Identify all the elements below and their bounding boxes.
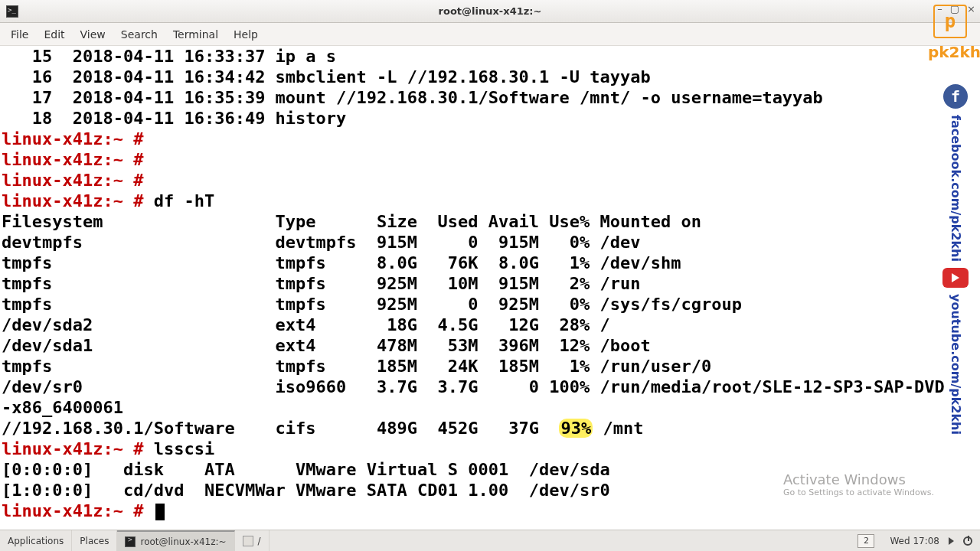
menubar: File Edit View Search Terminal Help <box>0 23 980 46</box>
cursor <box>155 504 165 520</box>
youtube-icon <box>942 268 969 288</box>
cmd-lsscsi: lsscsi <box>154 439 214 458</box>
taskbar-terminal-label: root@linux-x41z:~ <box>140 536 226 547</box>
panel-clock[interactable]: Wed 17:08 <box>890 536 939 546</box>
prompt-host: linux-x41z: <box>2 439 113 458</box>
prompt-host: linux-x41z: <box>2 171 113 190</box>
prompt-host: linux-x41z: <box>2 501 113 520</box>
menu-file[interactable]: File <box>5 27 34 42</box>
df-header: Filesystem Type Size Used Avail Use% Mou… <box>2 212 701 231</box>
watermark-heading: Activate Windows <box>783 471 934 487</box>
df-row: tmpfs tmpfs 185M 24K 185M 1% /run/user/0 <box>2 357 711 376</box>
menu-edit[interactable]: Edit <box>38 27 70 42</box>
prompt-path: ~ <box>113 501 123 520</box>
menu-terminal[interactable]: Terminal <box>167 27 224 42</box>
history-line: 17 2018-04-11 16:35:39 mount //192.168.3… <box>2 88 823 107</box>
window-titlebar: root@linux-x41z:~ – ▢ × <box>0 0 980 23</box>
prompt-host: linux-x41z: <box>2 150 113 169</box>
prompt-symbol: # <box>123 439 144 458</box>
brand-letter: p <box>933 5 967 38</box>
prompt-host: linux-x41z: <box>2 191 113 210</box>
menu-search[interactable]: Search <box>115 27 164 42</box>
panel-applications[interactable]: Applications <box>0 530 72 551</box>
df-row: devtmpfs devtmpfs 915M 0 915M 0% /dev <box>2 233 640 252</box>
desktop-panel: Applications Places root@linux-x41z:~ / … <box>0 530 980 551</box>
taskbar-terminal[interactable]: root@linux-x41z:~ <box>117 530 234 551</box>
history-line: 18 2018-04-11 16:36:49 history <box>2 109 346 128</box>
prompt-path: ~ <box>113 150 123 169</box>
df-row-mnt-pre: //192.168.30.1/Software cifs 489G 452G 3… <box>2 419 559 438</box>
df-row: /dev/sda1 ext4 478M 53M 396M 12% /boot <box>2 336 651 355</box>
volume-icon[interactable] <box>949 537 954 545</box>
prompt-symbol: # <box>123 171 144 190</box>
prompt-symbol: # <box>123 191 144 210</box>
menu-help[interactable]: Help <box>227 27 264 42</box>
lsscsi-row: [0:0:0:0] disk ATA VMware Virtual S 0001… <box>2 460 610 479</box>
brand-facebook-url: facebook.com/pk2khi <box>949 115 963 262</box>
df-row: tmpfs tmpfs 925M 0 925M 0% /sys/fs/cgrou… <box>2 295 742 314</box>
cmd-df: df -hT <box>154 191 214 210</box>
prompt-symbol: # <box>123 129 144 148</box>
history-line: 15 2018-04-11 16:33:37 ip a s <box>2 47 336 66</box>
taskbar-filemanager-label: / <box>258 536 261 546</box>
menu-view[interactable]: View <box>74 27 112 42</box>
prompt-path: ~ <box>113 129 123 148</box>
power-icon[interactable] <box>963 536 972 546</box>
df-row-mnt-use: 93% <box>559 419 593 438</box>
lsscsi-row: [1:0:0:0] cd/dvd NECVMWar VMware SATA CD… <box>2 481 610 500</box>
brand-name: pk2khi <box>928 43 972 61</box>
watermark-sub: Go to Settings to activate Windows. <box>783 487 934 497</box>
window-title: root@linux-x41z:~ <box>0 5 980 17</box>
prompt-path: ~ <box>113 439 123 458</box>
prompt-symbol: # <box>123 501 144 520</box>
df-row: /dev/sr0 iso9660 3.7G 3.7G 0 100% /run/m… <box>2 377 945 396</box>
system-tray: 2 Wed 17:08 <box>858 534 980 548</box>
brand-logo: p pk2khi <box>928 5 972 89</box>
prompt-path: ~ <box>113 171 123 190</box>
df-row: tmpfs tmpfs 8.0G 76K 8.0G 1% /dev/shm <box>2 253 681 272</box>
brand-side-stripe: f facebook.com/pk2khi youtube.com/pk2khi <box>942 84 969 530</box>
prompt-host: linux-x41z: <box>2 129 113 148</box>
df-row-wrap: -x86_6400061 <box>2 398 123 417</box>
taskbar-filemanager[interactable]: / <box>235 530 270 551</box>
prompt-symbol: # <box>123 150 144 169</box>
df-row: /dev/sda2 ext4 18G 4.5G 12G 28% / <box>2 315 610 334</box>
df-row-mnt-post: /mnt <box>593 419 643 438</box>
terminal-output[interactable]: 15 2018-04-11 16:33:37 ip a s 16 2018-04… <box>0 46 980 530</box>
activate-windows-watermark: Activate Windows Go to Settings to activ… <box>783 471 934 497</box>
panel-places[interactable]: Places <box>72 530 117 551</box>
terminal-icon <box>125 536 136 547</box>
facebook-icon: f <box>943 84 968 109</box>
brand-youtube-url: youtube.com/pk2khi <box>949 294 963 435</box>
df-row: tmpfs tmpfs 925M 10M 915M 2% /run <box>2 274 640 293</box>
prompt-path: ~ <box>113 191 123 210</box>
filemanager-icon <box>243 536 253 546</box>
history-line: 16 2018-04-11 16:34:42 smbclient -L //19… <box>2 67 651 86</box>
workspace-switcher[interactable]: 2 <box>858 534 874 548</box>
